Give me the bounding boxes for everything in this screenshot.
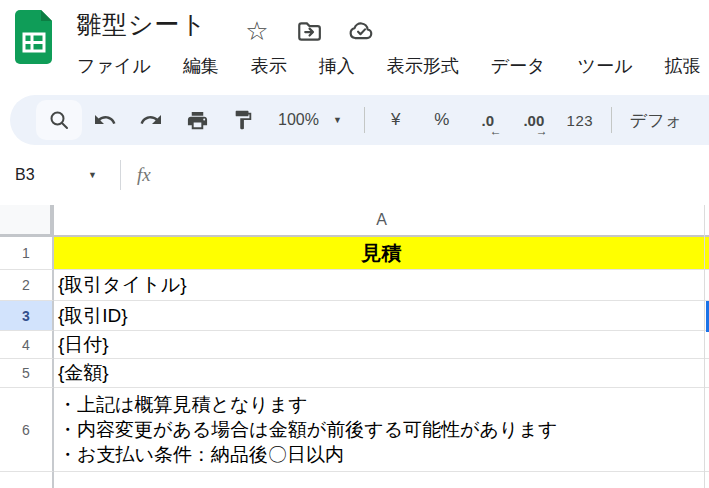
toolbar-divider [364, 107, 365, 133]
row-1: 1 見積 [0, 237, 709, 270]
name-box[interactable]: B3 [0, 166, 88, 184]
cell-a5[interactable]: {金額} [54, 359, 709, 388]
menu-tools[interactable]: ツール [577, 52, 634, 80]
toolbar-divider [611, 107, 612, 133]
move-folder-icon[interactable] [290, 14, 328, 48]
row-2: 2 {取引タイトル} [0, 270, 709, 301]
row-7 [0, 472, 709, 488]
row-header-3-selected[interactable]: 3 [0, 301, 54, 331]
increase-decimal-button[interactable]: .00 → [511, 100, 557, 140]
row-header-4[interactable]: 4 [0, 331, 54, 359]
menu-file[interactable]: ファイル [76, 52, 152, 80]
cell-a7[interactable] [54, 472, 709, 488]
menu-edit[interactable]: 編集 [182, 52, 220, 80]
cell-a1[interactable]: 見積 [54, 237, 709, 270]
row-6: 6 ・上記は概算見積となります ・内容変更がある場合は金額が前後する可能性があり… [0, 388, 709, 472]
cell-a6-line-1: ・上記は概算見積となります [58, 392, 308, 417]
name-box-caret-icon[interactable]: ▼ [88, 170, 116, 180]
undo-icon [93, 108, 117, 132]
google-sheets-app: 雛型シート ☆ ファイル 編集 表示 挿入 表示形 [0, 0, 709, 488]
row-5: 5 {金額} [0, 359, 709, 388]
chevron-down-icon: ▼ [333, 115, 342, 125]
cell-a4[interactable]: {日付} [54, 331, 709, 359]
formula-bar: B3 ▼ fx [0, 150, 709, 200]
menu-extensions[interactable]: 拡張 [663, 52, 701, 80]
menubar: ファイル 編集 表示 挿入 表示形式 データ ツール 拡張 [76, 52, 701, 80]
row-3: 3 {取引ID} [0, 301, 709, 331]
cell-a6-line-2: ・内容変更がある場合は金額が前後する可能性があります [58, 417, 557, 442]
menu-data[interactable]: データ [490, 52, 547, 80]
format-percent-button[interactable]: % [419, 100, 465, 140]
cell-a2[interactable]: {取引タイトル} [54, 270, 709, 301]
document-title[interactable]: 雛型シート [76, 8, 207, 41]
fx-icon: fx [137, 164, 151, 186]
arrow-left-icon: ← [490, 124, 502, 138]
cell-a6[interactable]: ・上記は概算見積となります ・内容変更がある場合は金額が前後する可能性があります… [54, 388, 709, 472]
menu-view[interactable]: 表示 [250, 52, 288, 80]
titlebar: 雛型シート ☆ ファイル 編集 表示 挿入 表示形 [0, 0, 709, 90]
paint-format-button[interactable] [220, 100, 266, 140]
redo-icon [139, 108, 163, 132]
column-a-b-gridline [704, 205, 705, 488]
print-icon [186, 109, 209, 132]
formula-bar-divider [120, 160, 121, 190]
sheets-logo-icon[interactable] [15, 9, 53, 69]
cloud-saved-icon[interactable] [342, 14, 380, 48]
format-currency-button[interactable]: ¥ [373, 100, 419, 140]
row-header-5[interactable]: 5 [0, 359, 54, 388]
row-4: 4 {日付} [0, 331, 709, 359]
decrease-decimal-button[interactable]: .0 ← [465, 100, 511, 140]
spreadsheet-grid: A 1 見積 2 {取引タイトル} 3 {取引ID} 4 {日付} 5 {金額}… [0, 205, 709, 488]
cell-a3[interactable]: {取引ID} [54, 301, 709, 331]
search-icon [47, 108, 71, 132]
print-button[interactable] [174, 100, 220, 140]
row-header-6[interactable]: 6 [0, 388, 54, 472]
toolbar: 100% ▼ ¥ % .0 ← .00 → 123 デフォ [10, 95, 709, 145]
menu-format[interactable]: 表示形式 [386, 52, 460, 80]
menu-insert[interactable]: 挿入 [318, 52, 356, 80]
paint-format-icon [232, 109, 254, 131]
select-all-corner[interactable] [0, 205, 54, 237]
row-header-7[interactable] [0, 472, 54, 488]
column-header-a[interactable]: A [54, 205, 709, 237]
arrow-right-icon: → [536, 124, 548, 138]
more-formats-button[interactable]: 123 [557, 100, 603, 140]
font-select[interactable]: デフォ [630, 109, 682, 132]
zoom-control[interactable]: 100% ▼ [266, 111, 356, 129]
star-icon[interactable]: ☆ [238, 14, 276, 48]
undo-button[interactable] [82, 100, 128, 140]
row-header-1[interactable]: 1 [0, 237, 54, 270]
zoom-value: 100% [278, 111, 319, 129]
row-header-2[interactable]: 2 [0, 270, 54, 301]
search-button[interactable] [36, 100, 82, 140]
cell-a6-line-3: ・お支払い条件：納品後〇日以内 [58, 442, 344, 467]
redo-button[interactable] [128, 100, 174, 140]
